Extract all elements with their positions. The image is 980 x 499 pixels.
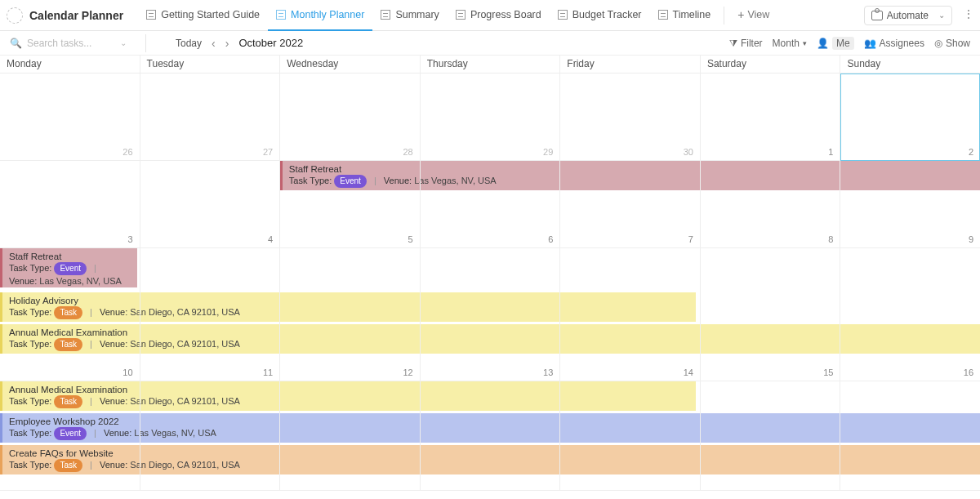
day-cell[interactable]: 26 [0, 74, 140, 161]
day-cell[interactable] [560, 381, 701, 491]
search-wrap: 🔍 ⌄ [10, 38, 140, 49]
week-row: 26 27 28 29 30 1 2 [0, 74, 980, 161]
filter-button[interactable]: ⧩ Filter [729, 38, 763, 49]
doc-icon [146, 10, 156, 20]
week-row: Annual Medical Examination Task Type: Ta… [0, 381, 980, 491]
day-cell[interactable]: 1 [701, 74, 841, 161]
calendar-icon [276, 10, 286, 20]
table-icon [558, 10, 568, 20]
day-cell[interactable] [701, 381, 841, 491]
show-button[interactable]: ◎ Show [934, 38, 970, 49]
share-icon[interactable] [960, 9, 973, 22]
tab-progress-board[interactable]: Progress Board [448, 0, 550, 31]
app-title: Calendar Planner [29, 9, 123, 22]
robot-icon [871, 11, 883, 20]
today-button[interactable]: Today [171, 36, 207, 51]
day-cell[interactable]: 15 [701, 248, 841, 381]
tab-label: Progress Board [470, 9, 541, 20]
day-cell[interactable]: 29 [421, 74, 561, 161]
day-wed: Wednesday [280, 56, 421, 73]
week-row: Staff Retreat Task Type: Event | Venue: … [0, 161, 980, 248]
people-icon: 👥 [864, 38, 876, 49]
filter-icon: ⧩ [729, 38, 737, 49]
tab-bar: Calendar Planner Getting Started Guide M… [0, 0, 980, 31]
day-cell[interactable]: 9 [840, 161, 980, 248]
day-cell[interactable] [280, 381, 421, 491]
tab-monthly-planner[interactable]: Monthly Planner [268, 0, 372, 31]
week-row: Staff Retreat Task Type: Event | Venue: … [0, 248, 980, 381]
weekday-header: Monday Tuesday Wednesday Thursday Friday… [0, 56, 980, 74]
automate-button[interactable]: Automate ⌄ [864, 6, 952, 25]
tab-budget-tracker[interactable]: Budget Tracker [550, 0, 650, 31]
automate-label: Automate [887, 10, 929, 21]
tab-label: Budget Tracker [572, 9, 642, 20]
chevron-down-icon: ⌄ [938, 11, 945, 20]
search-input[interactable] [27, 38, 117, 49]
day-cell[interactable]: 11 [140, 248, 281, 381]
tab-label: Timeline [673, 9, 711, 20]
list-icon [381, 10, 390, 20]
day-cell[interactable] [0, 381, 140, 491]
toolbar: 🔍 ⌄ Today ‹ › October 2022 ⧩ Filter Mont… [0, 31, 980, 56]
board-icon [456, 10, 466, 20]
day-cell-today[interactable]: 2 [840, 74, 980, 161]
day-cell[interactable]: 4 [140, 161, 281, 248]
tab-label: Getting Started Guide [161, 9, 260, 20]
day-tue: Tuesday [140, 56, 281, 73]
divider [724, 7, 724, 25]
tab-timeline[interactable]: Timeline [650, 0, 719, 31]
tab-summary[interactable]: Summary [372, 0, 447, 31]
day-cell[interactable]: 13 [421, 248, 561, 381]
assignees-button[interactable]: 👥 Assignees [864, 38, 924, 49]
day-mon: Monday [0, 56, 140, 73]
day-cell[interactable]: 5 [280, 161, 421, 248]
day-cell[interactable]: 6 [421, 161, 561, 248]
range-button[interactable]: Month ▾ [773, 38, 807, 49]
day-cell[interactable] [421, 381, 561, 491]
day-cell[interactable]: 28 [280, 74, 421, 161]
add-view-button[interactable]: + View [729, 0, 777, 31]
caret-down-icon: ▾ [803, 39, 807, 47]
timeline-icon [658, 10, 668, 20]
eye-icon: ◎ [934, 38, 942, 49]
divider [145, 34, 146, 52]
day-cell[interactable]: 30 [560, 74, 701, 161]
calendar-grid: 26 27 28 29 30 1 2 Staff Retreat Task Ty… [0, 74, 980, 491]
day-sun: Sunday [840, 56, 980, 73]
tab-label: Summary [395, 9, 439, 20]
month-label: October 2022 [238, 37, 303, 49]
day-cell[interactable] [840, 381, 980, 491]
day-cell[interactable]: 27 [140, 74, 281, 161]
day-cell[interactable]: 10 [0, 248, 140, 381]
plus-icon: + [737, 8, 744, 21]
day-fri: Friday [560, 56, 701, 73]
day-cell[interactable] [140, 381, 281, 491]
day-cell[interactable]: 8 [701, 161, 841, 248]
day-sat: Saturday [701, 56, 841, 73]
me-button[interactable]: 👤 Me [817, 37, 854, 50]
search-icon: 🔍 [10, 38, 22, 49]
next-month-button[interactable]: › [220, 37, 234, 50]
person-icon: 👤 [817, 38, 829, 49]
day-cell[interactable]: 14 [560, 248, 701, 381]
add-view-label: View [747, 9, 769, 20]
day-cell[interactable]: 12 [280, 248, 421, 381]
day-cell[interactable]: 3 [0, 161, 140, 248]
prev-month-button[interactable]: ‹ [207, 37, 220, 50]
day-thu: Thursday [421, 56, 561, 73]
chevron-down-icon[interactable]: ⌄ [120, 38, 127, 47]
tab-label: Monthly Planner [291, 9, 364, 20]
tab-getting-started[interactable]: Getting Started Guide [138, 0, 268, 31]
day-cell[interactable]: 7 [560, 161, 701, 248]
app-icon [7, 7, 23, 24]
day-cell[interactable]: 16 [840, 248, 980, 381]
